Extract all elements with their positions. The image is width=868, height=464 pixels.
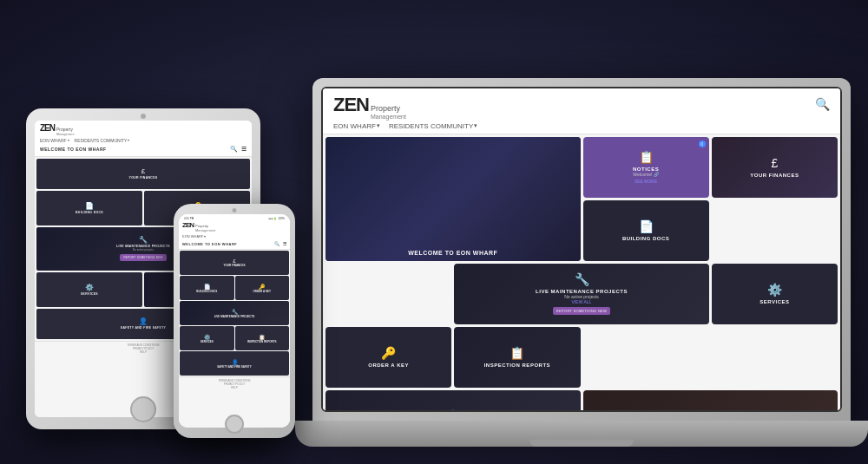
laptop-building-docs-icon: 📄 bbox=[639, 219, 654, 233]
phone-camera bbox=[233, 208, 237, 212]
laptop-tile-safety-img: ⚠️ HAZARD OF ELECTRICAL SHOCK OR DEATH bbox=[583, 390, 838, 410]
phone-app-header: 4:31 PM ●●● 🔋 100% ZEN Property Manageme… bbox=[179, 214, 290, 250]
laptop-safety-icon: 👤 bbox=[445, 409, 460, 410]
phone-safety-icon: 👤 bbox=[232, 359, 238, 365]
laptop-services-label: SERVICES bbox=[760, 299, 789, 304]
tablet-search-icon[interactable]: 🔍 bbox=[230, 146, 238, 153]
phone-body: 4:31 PM ●●● 🔋 100% ZEN Property Manageme… bbox=[174, 204, 295, 438]
phone-order-key-label: ORDER A KEY bbox=[253, 290, 271, 293]
laptop-app-screen: ZEN Property Management EON WHARF bbox=[323, 88, 840, 410]
phone-building-docs-label: BUILDING DOCS bbox=[196, 290, 217, 293]
phone-tile-safety[interactable]: 👤 SAFETY AND FIRE SAFETY bbox=[180, 351, 289, 376]
tablet-logo-zen: ZEN bbox=[40, 123, 55, 133]
phone-footer: TERMS AND CONDITIONS PRIVACY POLICY HELP bbox=[179, 376, 290, 391]
phone-tile-services[interactable]: ⚙️ SERVICES bbox=[180, 326, 234, 350]
phone-maintenance-icon: 🔧 bbox=[232, 309, 238, 315]
phone-search-icon[interactable]: 🔍 bbox=[274, 241, 279, 246]
phone-tile-order-key[interactable]: 🔑 ORDER A KEY bbox=[235, 276, 290, 300]
laptop-see-more[interactable]: SEE MORE bbox=[635, 179, 657, 184]
tablet-tile-finances[interactable]: £ YOUR FINANCES bbox=[36, 159, 250, 189]
nav-caret-1: ▾ bbox=[377, 122, 380, 129]
laptop-inspection-label: INSPECTION REPORTS bbox=[484, 363, 550, 368]
laptop-tile-services[interactable]: ⚙️ SERVICES bbox=[712, 264, 838, 324]
laptop-tile-notices[interactable]: 0 📋 NOTICES Welcome! 🔗 SEE MORE bbox=[583, 137, 709, 198]
laptop-app-header: ZEN Property Management EON WHARF bbox=[323, 88, 840, 134]
phone-footer-help[interactable]: HELP bbox=[181, 386, 288, 389]
phone-device: 4:31 PM ●●● 🔋 100% ZEN Property Manageme… bbox=[174, 204, 295, 438]
tablet-logo-management: Management bbox=[56, 133, 74, 136]
tablet-services-icon: ⚙️ bbox=[85, 284, 94, 291]
laptop-notices-dot: 0 bbox=[699, 141, 706, 147]
phone-logo-zen: ZEN bbox=[182, 221, 194, 229]
phone-caret-1: ▾ bbox=[204, 234, 206, 239]
laptop-device: ZEN Property Management EON WHARF bbox=[312, 74, 851, 447]
phone-grid: £ YOUR FINANCES 📄 BUILDING DOCS 🔑 ORDER … bbox=[179, 250, 290, 376]
tablet-nav-eon[interactable]: EON WHARF ▾ bbox=[40, 138, 69, 143]
laptop-tile-maintenance[interactable]: 🔧 LIVE MAINTENANCE PROJECTS No active pr… bbox=[454, 264, 709, 324]
tablet-menu-icon[interactable]: ☰ bbox=[241, 146, 247, 153]
phone-tile-finances[interactable]: £ YOUR FINANCES bbox=[180, 251, 289, 275]
tablet-maintenance-icon: 🔧 bbox=[139, 236, 148, 244]
laptop-order-key-icon: 🔑 bbox=[381, 346, 396, 360]
tablet-services-label: SERVICES bbox=[81, 292, 98, 296]
tablet-finances-label: YOUR FINANCES bbox=[129, 176, 158, 180]
logo-zen: ZEN bbox=[333, 94, 369, 116]
tablet-caret-2: ▾ bbox=[128, 138, 129, 142]
tablet-safety-label: SAFETY AND FIRE SAFETY bbox=[121, 326, 167, 330]
laptop-notices-welcome: Welcome! 🔗 bbox=[633, 172, 659, 177]
laptop-grid: WELCOME TO EON WHARF 0 📋 NOTICES Welcome… bbox=[323, 134, 840, 410]
laptop-view-all[interactable]: VIEW ALL bbox=[572, 299, 592, 304]
tablet-no-active: No active projects bbox=[133, 248, 154, 252]
phone-tile-building-docs[interactable]: 📄 BUILDING DOCS bbox=[180, 276, 234, 300]
laptop-nav: EON WHARF ▾ RESIDENTS COMMUNITY ▾ bbox=[333, 122, 477, 130]
nav-item-eon-wharf[interactable]: EON WHARF ▾ bbox=[333, 122, 380, 130]
laptop-screen: ZEN Property Management EON WHARF bbox=[321, 87, 842, 412]
tablet-app-header: ZEN Property Management EON WHARF ▾ bbox=[35, 121, 252, 157]
laptop-services-icon: ⚙️ bbox=[767, 283, 782, 297]
tablet-camera bbox=[141, 114, 146, 119]
scene: ZEN Property Management EON WHARF bbox=[0, 0, 868, 464]
laptop-tile-building-hero: WELCOME TO EON WHARF bbox=[326, 137, 581, 261]
tablet-header-row: WELCOME TO EON WHARF 🔍 ☰ bbox=[40, 143, 247, 154]
laptop-search-icon[interactable]: 🔍 bbox=[815, 97, 830, 111]
phone-home-button[interactable] bbox=[225, 415, 244, 434]
tablet-logo: ZEN Property Management bbox=[40, 123, 247, 136]
laptop-tile-safety[interactable]: 👤 SAFETY AND FIRE SAFETY bbox=[326, 390, 581, 410]
tablet-tile-building-docs[interactable]: 📄 BUILDING DOCS bbox=[36, 191, 142, 225]
tablet-safety-icon: 👤 bbox=[139, 317, 148, 325]
laptop-tile-building-docs[interactable]: 📄 BUILDING DOCS bbox=[583, 200, 709, 261]
laptop-tile-inspection[interactable]: 📋 INSPECTION REPORTS bbox=[454, 327, 580, 388]
phone-inspection-label: INSPECTION REPORTS bbox=[247, 340, 277, 343]
tablet-report-btn[interactable]: REPORT SOMETHING NEW bbox=[120, 254, 166, 261]
phone-services-icon: ⚙️ bbox=[204, 334, 210, 340]
laptop-order-key-label: ORDER A KEY bbox=[368, 363, 409, 368]
tablet-building-docs-icon: 📄 bbox=[85, 202, 94, 210]
laptop-tile-order-key[interactable]: 🔑 ORDER A KEY bbox=[326, 327, 451, 388]
phone-tile-inspection[interactable]: 📋 INSPECTION REPORTS bbox=[235, 326, 290, 350]
logo-management: Management bbox=[371, 114, 406, 120]
laptop-welcome-label: WELCOME TO EON WHARF bbox=[326, 250, 581, 256]
laptop-logo: ZEN Property Management bbox=[333, 94, 477, 120]
phone-app-screen: 4:31 PM ●●● 🔋 100% ZEN Property Manageme… bbox=[179, 214, 290, 428]
logo-property: Property bbox=[371, 105, 406, 114]
phone-screen: 4:31 PM ●●● 🔋 100% ZEN Property Manageme… bbox=[179, 214, 290, 428]
laptop-report-btn[interactable]: REPORT SOMETHING NEW bbox=[553, 307, 610, 315]
laptop-tile-finances[interactable]: £ YOUR FINANCES bbox=[712, 137, 838, 198]
laptop-notices-icon: 📋 bbox=[639, 150, 654, 164]
tablet-tile-services[interactable]: ⚙️ SERVICES bbox=[36, 272, 142, 307]
tablet-home-button[interactable] bbox=[130, 396, 156, 422]
phone-welcome: WELCOME TO EON WHARF bbox=[182, 242, 237, 246]
phone-menu-icon[interactable]: ☰ bbox=[283, 241, 286, 246]
nav-item-residents[interactable]: RESIDENTS COMMUNITY ▾ bbox=[389, 122, 477, 130]
tablet-nav-residents[interactable]: RESIDENTS COMMUNITY ▾ bbox=[75, 138, 130, 143]
phone-services-label: SERVICES bbox=[201, 340, 214, 343]
nav-caret-2: ▾ bbox=[474, 122, 477, 129]
laptop-body: ZEN Property Management EON WHARF bbox=[312, 78, 851, 421]
phone-tile-maintenance[interactable]: 🔧 LIVE MAINTENANCE PROJECTS bbox=[180, 301, 289, 325]
phone-signal: ●●● 🔋 100% bbox=[268, 217, 285, 220]
phone-nav-eon[interactable]: EON WHARF ▾ bbox=[182, 234, 206, 239]
laptop-inspection-icon: 📋 bbox=[510, 346, 524, 360]
tablet-building-docs-label: BUILDING DOCS bbox=[76, 211, 103, 214]
laptop-base bbox=[295, 421, 868, 447]
laptop-finances-label: YOUR FINANCES bbox=[750, 173, 799, 178]
